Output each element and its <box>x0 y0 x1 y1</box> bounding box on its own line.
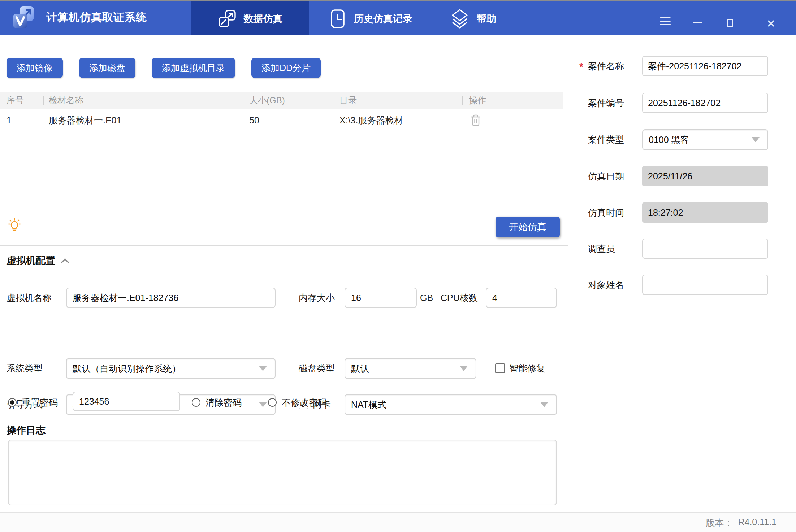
case-type-select[interactable]: 0100 黑客 <box>642 129 768 150</box>
case-name-row: * 案件名称 <box>568 56 796 76</box>
subject-name-input[interactable] <box>642 275 768 295</box>
vm-name-label: 虚拟机名称 <box>7 288 52 308</box>
help-icon <box>450 8 470 29</box>
app-logo-icon <box>12 5 36 30</box>
investigator-input[interactable] <box>642 239 768 259</box>
case-number-label: 案件编号 <box>588 93 624 113</box>
radio-selected-icon <box>8 398 17 407</box>
disk-type-label: 磁盘类型 <box>299 358 335 378</box>
version-label: 版本： <box>706 517 733 529</box>
start-simulation-button[interactable]: 开始仿真 <box>496 217 560 237</box>
column-header-actions: 操作 <box>462 92 563 109</box>
titlebar: 计算机仿真取证系统 数据仿真 历史仿真记录 帮助 ✕ <box>0 0 796 35</box>
row-evidence-name: 服务器检材一.E01 <box>43 109 237 132</box>
required-asterisk: * <box>579 61 583 73</box>
column-separator <box>43 96 44 105</box>
data-simulation-icon <box>218 9 237 28</box>
add-dd-segment-button[interactable]: 添加DD分片 <box>251 58 321 78</box>
column-separator <box>237 96 237 105</box>
history-icon <box>329 9 347 29</box>
row-index: 1 <box>0 109 43 132</box>
radio-unselected-icon <box>192 398 200 407</box>
add-vm-directory-button[interactable]: 添加虚拟机目录 <box>152 58 235 78</box>
password-input[interactable] <box>73 392 180 411</box>
tab-help[interactable]: 帮助 <box>450 0 496 35</box>
window-top-border <box>0 0 796 1</box>
dropdown-arrow-icon <box>540 402 548 407</box>
add-image-button[interactable]: 添加镜像 <box>7 58 63 78</box>
tab-data-simulation[interactable]: 数据仿真 <box>191 0 309 35</box>
main-area: 添加镜像 添加磁盘 添加虚拟机目录 添加DD分片 序号 检材名称 大小(GB) … <box>0 35 796 512</box>
nic-mode-select[interactable]: NAT模式 <box>345 394 557 415</box>
simulation-date-row: 仿真日期 2025/11/26 <box>568 166 796 186</box>
tab-history[interactable]: 历史仿真记录 <box>329 0 412 35</box>
case-info-panel: * 案件名称 案件编号 案件类型 0100 黑客 仿真日期 2025/11/26… <box>568 35 796 512</box>
simulation-time-row: 仿真时间 18:27:02 <box>568 202 796 223</box>
chevron-up-icon <box>61 258 69 263</box>
hint-bulb-icon <box>7 218 22 234</box>
case-number-row: 案件编号 <box>568 93 796 113</box>
add-disk-button[interactable]: 添加磁盘 <box>79 58 135 78</box>
evidence-toolbar: 添加镜像 添加磁盘 添加虚拟机目录 添加DD分片 <box>7 58 321 78</box>
subject-name-label: 对象姓名 <box>588 275 624 295</box>
column-separator <box>462 96 463 105</box>
vm-config-section-toggle[interactable]: 虚拟机配置 <box>7 254 69 267</box>
simulation-date-value: 2025/11/26 <box>642 166 768 186</box>
maximize-icon[interactable] <box>727 18 733 27</box>
version-value: R4.0.11.1 <box>738 517 776 529</box>
tab-label: 数据仿真 <box>244 12 283 25</box>
minimize-icon[interactable] <box>693 18 702 23</box>
operation-log-textarea[interactable] <box>8 440 557 505</box>
simulation-time-value: 18:27:02 <box>642 202 768 223</box>
column-header-size: 大小(GB) <box>237 92 327 109</box>
vm-config-title: 虚拟机配置 <box>7 254 55 267</box>
operation-log-title: 操作日志 <box>7 424 46 437</box>
row-directory: X:\3.服务器检材 <box>327 109 462 132</box>
case-type-row: 案件类型 0100 黑客 <box>568 129 796 149</box>
cpu-label: CPU核数 <box>441 288 478 308</box>
subject-name-row: 对象姓名 <box>568 275 796 295</box>
system-type-select[interactable]: 默认（自动识别操作系统） <box>66 358 276 379</box>
reset-password-radio[interactable]: 重置密码 <box>8 393 58 412</box>
section-divider <box>0 245 568 246</box>
dropdown-arrow-icon <box>460 366 468 371</box>
dropdown-arrow-icon <box>259 402 267 407</box>
column-header-name: 检材名称 <box>43 92 237 109</box>
menu-icon[interactable] <box>660 15 671 27</box>
memory-unit: GB <box>420 288 433 308</box>
row-size: 50 <box>237 109 327 132</box>
column-header-dir: 目录 <box>327 92 462 109</box>
column-separator <box>327 96 327 105</box>
evidence-panel: 添加镜像 添加磁盘 添加虚拟机目录 添加DD分片 序号 检材名称 大小(GB) … <box>0 35 568 512</box>
tab-label: 历史仿真记录 <box>354 12 412 25</box>
close-icon[interactable]: ✕ <box>766 19 775 29</box>
memory-input[interactable] <box>345 288 417 308</box>
investigator-label: 调查员 <box>588 239 615 259</box>
memory-label: 内存大小 <box>299 288 335 308</box>
table-row: 1 服务器检材一.E01 50 X:\3.服务器检材 <box>0 109 563 132</box>
tab-label: 帮助 <box>477 12 496 25</box>
vm-name-input[interactable] <box>66 288 276 308</box>
case-type-label: 案件类型 <box>588 129 624 149</box>
delete-row-icon[interactable] <box>470 114 482 127</box>
case-number-input[interactable] <box>642 93 768 113</box>
app-title: 计算机仿真取证系统 <box>46 10 147 25</box>
dropdown-arrow-icon <box>259 366 267 371</box>
column-header-index: 序号 <box>0 92 43 109</box>
version-info: 版本： R4.0.11.1 <box>706 517 776 529</box>
investigator-row: 调查员 <box>568 239 796 259</box>
statusbar: 版本： R4.0.11.1 <box>0 512 796 532</box>
dropdown-arrow-icon <box>752 137 760 142</box>
brand: 计算机仿真取证系统 <box>12 5 147 30</box>
case-name-input[interactable] <box>642 56 768 76</box>
radio-unselected-icon <box>268 398 277 407</box>
simulation-time-label: 仿真时间 <box>588 202 624 223</box>
simulation-date-label: 仿真日期 <box>588 166 624 186</box>
disk-type-select[interactable]: 默认 <box>345 358 476 379</box>
case-name-label: 案件名称 <box>588 56 624 76</box>
clear-password-radio[interactable]: 清除密码 <box>192 393 242 412</box>
evidence-table-header: 序号 检材名称 大小(GB) 目录 操作 <box>0 92 563 109</box>
smart-repair-checkbox[interactable]: 智能修复 <box>495 358 545 378</box>
keep-password-radio[interactable]: 不修改密码 <box>268 393 327 412</box>
cpu-input[interactable] <box>486 288 557 308</box>
